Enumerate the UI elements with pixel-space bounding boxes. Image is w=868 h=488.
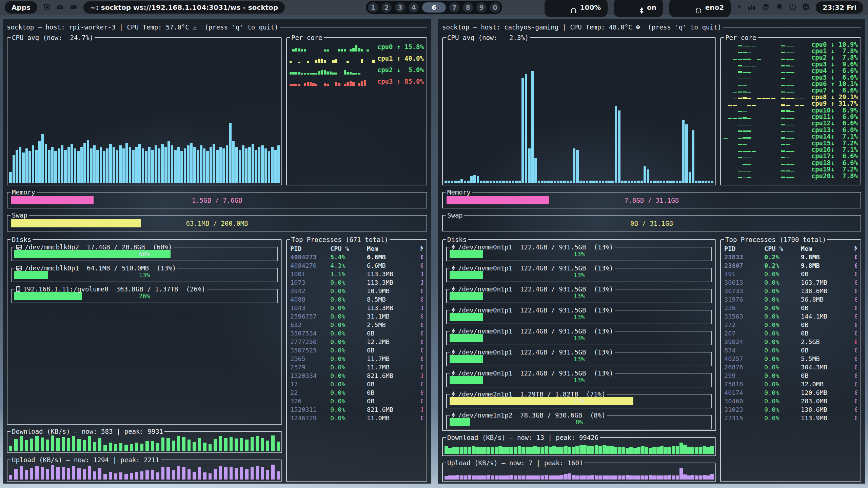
process-cell: 0.03% [854, 261, 857, 270]
usage-monitor-icon[interactable] [802, 3, 810, 12]
apps-button[interactable]: Apps [5, 1, 37, 14]
process-cell: 0.00% [854, 304, 857, 312]
disk-percent-label: 13% [450, 313, 709, 321]
process-cell: 0.45% [854, 312, 857, 321]
process-cell: 304.3MB [801, 363, 854, 371]
process-cell: 8.08% [854, 338, 857, 346]
process-cell: 0.0% [764, 371, 801, 380]
volume-pill[interactable]: 100% [545, 0, 608, 17]
per-core-box: Per-core cpu0 ↓ 10.9%cpu1 ↓ 7.8%cpu2 ↓ 7… [720, 38, 861, 185]
network-pill[interactable]: eno2 [669, 0, 731, 17]
mail-icon[interactable] [56, 3, 64, 12]
disk-percent-label: 60% [14, 250, 275, 258]
taskbar-tray: 100% on eno2 23:32 Fri [545, 0, 863, 17]
workspace-button-3[interactable]: 3 [395, 2, 405, 13]
power-icon[interactable] [789, 3, 796, 12]
per-core-title: Per-core [724, 34, 758, 42]
core-label: cpu20↓ 7.8% [811, 172, 858, 180]
process-cell: 2596757 [290, 312, 330, 321]
process-cell: 1.45% [420, 304, 423, 312]
folder-icon[interactable] [70, 3, 77, 12]
disk-icon [16, 264, 25, 272]
process-col-header: PID [724, 244, 764, 253]
audio-levels-icon[interactable] [748, 3, 756, 12]
process-cell: 138.6MB [801, 405, 854, 414]
process-cell: 1520334 [290, 371, 330, 380]
process-cell: 12.2MB [367, 338, 420, 346]
terminal-window-left[interactable]: socktop — host: rpi-worker-3 | CPU Temp:… [3, 19, 431, 484]
disk-entry: /dev/mmcblk0p2 17.4GB / 28.8GB (60%)60% [11, 247, 278, 261]
process-cell: 113.3MB [367, 304, 420, 312]
workspace-button-7[interactable]: 7 [449, 2, 459, 13]
process-cell: 113.9MB [801, 414, 854, 422]
process-cell: 1.1% [330, 270, 367, 278]
process-cell: 0.0% [330, 295, 367, 304]
process-cell: 23833 [724, 253, 764, 261]
socktop-header-text: socktop — host: cachyos-gaming | CPU Tem… [442, 23, 722, 31]
flash-icon [451, 348, 458, 356]
process-cell: 5.5MB [801, 354, 854, 363]
process-cell: 113.3MB [367, 278, 420, 287]
swap-title: Swap [11, 211, 29, 219]
process-cell: 0.89% [854, 397, 857, 405]
clock-pill[interactable]: 23:32 Fri [816, 1, 863, 14]
active-window-title[interactable]: ~: socktop ws://192.168.1.104:3031/ws - … [83, 1, 285, 14]
process-cell: 32.0MB [801, 380, 854, 388]
workspace-button-8[interactable]: 8 [463, 2, 473, 13]
process-cell: 9.8MB [801, 253, 854, 261]
power-profile-icon[interactable] [737, 3, 742, 12]
process-cell: 0.11% [420, 295, 423, 304]
workspace-button-0[interactable]: 0 [490, 2, 500, 13]
process-cell: 0.08% [420, 253, 423, 261]
disks-box: Disks /dev/nvme0n1p1 122.4GB / 931.5GB (… [442, 240, 716, 431]
workspace-button-1[interactable]: 1 [368, 2, 378, 13]
layers-icon[interactable] [762, 3, 770, 12]
headphones-icon [551, 1, 577, 15]
workspace-button-2[interactable]: 2 [381, 2, 392, 13]
process-cell: 821.6MB [367, 405, 420, 414]
process-cell: 0.0% [764, 287, 801, 295]
process-cell: 8.5MB [367, 295, 420, 304]
core-label: cpu2 ↓ 5.0% [377, 66, 424, 74]
window-title-text: ~: socktop ws://192.168.1.104:3031/ws - … [90, 4, 278, 11]
process-cell: 0.0% [764, 270, 801, 278]
bluetooth-pill[interactable]: on [614, 0, 663, 17]
disk-entry: /dev/nvme0n1p1 122.4GB / 931.5GB (13%)13… [446, 310, 712, 324]
cpu-avg-box: CPU avg (now: 2.3%) [442, 38, 716, 185]
core-label: cpu1 ↑ 40.0% [377, 54, 424, 62]
process-cell: 0B [367, 346, 420, 354]
process-cell: 39824 [724, 338, 764, 346]
memory-title: Memory [446, 188, 472, 196]
apps-label: Apps [12, 4, 31, 11]
process-cell: 0.0% [764, 414, 801, 422]
process-cell: 1246729 [290, 414, 330, 422]
disk-icon [16, 243, 25, 251]
disk-entry: /dev/nvme1n1p2 78.3GB / 930.6GB (8%)8% [446, 415, 712, 429]
process-cell: 0.0% [330, 312, 367, 321]
bluetooth-status: on [647, 4, 656, 11]
workspace-button-9[interactable]: 9 [476, 2, 487, 13]
process-cell: 0.00% [854, 329, 857, 338]
process-cell: 0.0% [764, 312, 801, 321]
upload-title: Upload (KB/s) — now: 1294 | peak: 2211 [11, 456, 161, 464]
cpu-avg-chart [445, 43, 714, 183]
top-processes-box: Top Processes (1790 total) PIDCPU %MemMe… [720, 240, 861, 482]
workspace-button-4[interactable]: 4 [409, 2, 419, 13]
upload-box: Upload (KB/s) — now: 7 | peak: 1601 [442, 463, 716, 482]
process-cell: 0.0% [764, 363, 801, 371]
disk-percent-label: 13% [450, 271, 709, 279]
process-cell: 0.0% [330, 371, 367, 380]
core-row: cpu2 ↓ 5.0% [290, 64, 424, 76]
process-cell: 0.0% [330, 380, 367, 388]
download-chart [9, 435, 280, 451]
window-icon[interactable] [43, 3, 50, 12]
notifications-bell-icon[interactable] [776, 3, 783, 12]
workspace-button-6[interactable]: 6 [422, 2, 446, 13]
process-cell: 10.9MB [367, 287, 420, 295]
socktop-header-text: socktop — host: rpi-worker-3 | CPU Temp:… [7, 23, 278, 31]
ethernet-icon [676, 1, 702, 15]
process-cell: 23807 [724, 261, 764, 270]
terminal-window-right[interactable]: socktop — host: cachyos-gaming | CPU Tem… [438, 19, 865, 484]
process-col-header: CPU % [330, 244, 367, 253]
process-cell: 0B [367, 388, 420, 397]
